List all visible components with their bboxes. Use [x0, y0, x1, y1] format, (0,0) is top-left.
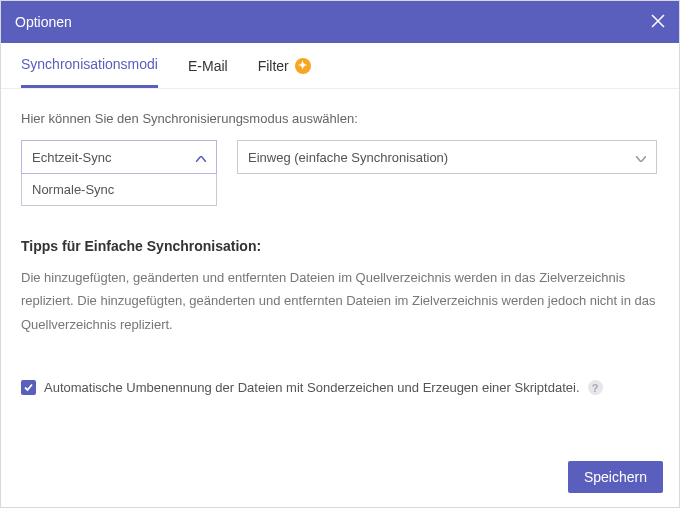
tab-filter[interactable]: Filter ✦: [258, 43, 311, 88]
tab-label: E-Mail: [188, 58, 228, 74]
mode-select-wrapper: Echtzeit-Sync Normale-Sync: [21, 140, 217, 206]
chevron-up-icon: [196, 150, 206, 165]
tab-label: Synchronisationsmodi: [21, 56, 158, 72]
intro-text: Hier können Sie den Synchronisierungsmod…: [21, 111, 659, 126]
content-area: Hier können Sie den Synchronisierungsmod…: [1, 89, 679, 449]
tabs: Synchronisationsmodi E-Mail Filter ✦: [1, 43, 679, 89]
direction-select[interactable]: Einweg (einfache Synchronisation): [237, 140, 657, 174]
dialog-title: Optionen: [15, 14, 72, 30]
footer: Speichern: [1, 449, 679, 507]
plus-badge-icon: ✦: [295, 58, 311, 74]
selects-row: Echtzeit-Sync Normale-Sync Einweg (einfa…: [21, 140, 659, 206]
mode-option-normal[interactable]: Normale-Sync: [32, 182, 206, 197]
close-button[interactable]: [651, 14, 665, 31]
tips-heading: Tipps für Einfache Synchronisation:: [21, 238, 659, 254]
checkbox-row: Automatische Umbenennung der Dateien mit…: [21, 380, 659, 395]
checkbox-label: Automatische Umbenennung der Dateien mit…: [44, 380, 580, 395]
check-icon: [23, 382, 34, 393]
tab-label: Filter: [258, 58, 289, 74]
titlebar: Optionen: [1, 1, 679, 43]
tab-email[interactable]: E-Mail: [188, 43, 228, 88]
mode-select-dropdown: Normale-Sync: [21, 174, 217, 206]
help-icon[interactable]: ?: [588, 380, 603, 395]
tab-sync-modes[interactable]: Synchronisationsmodi: [21, 43, 158, 88]
chevron-down-icon: [636, 150, 646, 165]
save-button[interactable]: Speichern: [568, 461, 663, 493]
mode-select[interactable]: Echtzeit-Sync: [21, 140, 217, 174]
tips-body: Die hinzugefügten, geänderten und entfer…: [21, 266, 659, 336]
close-icon: [651, 14, 665, 31]
mode-select-value: Echtzeit-Sync: [32, 150, 111, 165]
auto-rename-checkbox[interactable]: [21, 380, 36, 395]
options-dialog: Optionen Synchronisationsmodi E-Mail Fil…: [0, 0, 680, 508]
direction-select-value: Einweg (einfache Synchronisation): [248, 150, 448, 165]
